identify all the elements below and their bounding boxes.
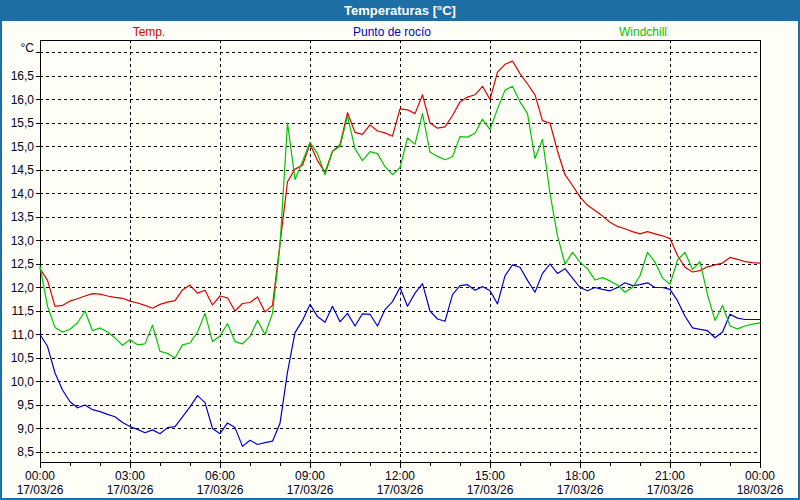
title-bar: Temperaturas [°C]	[0, 0, 800, 21]
legend-item-dew-point: Punto de rocío	[353, 25, 431, 39]
window-title: Temperaturas [°C]	[344, 3, 456, 18]
chart-panel: Temp. Punto de rocío Windchill	[2, 21, 798, 498]
legend-item-temp: Temp.	[133, 25, 166, 39]
app-window: Temp. Punto de rocío Windchill Temperatu…	[0, 0, 800, 500]
legend-item-windchill: Windchill	[619, 25, 667, 39]
